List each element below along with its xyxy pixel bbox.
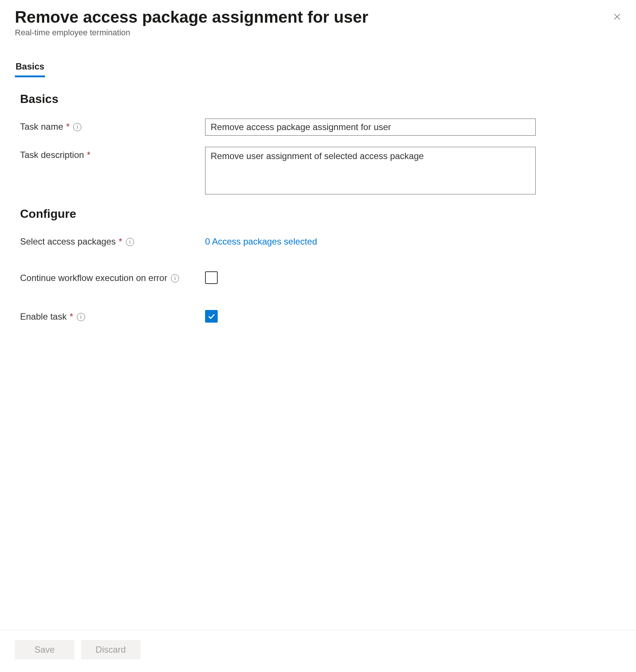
save-button[interactable]: Save [15,640,74,659]
page-subtitle: Real-time employee termination [15,28,368,38]
label-select-packages-text: Select access packages [20,236,116,247]
content: Basics Task name * i Task description * … [15,77,621,630]
row-select-packages: Select access packages * i 0 Access pack… [20,233,621,247]
section-heading-basics: Basics [20,92,621,106]
panel: Remove access package assignment for use… [0,0,636,672]
label-task-name: Task name * i [20,119,205,132]
control-task-description [205,147,536,196]
label-continue-on-error: Continue workflow execution on error i [20,270,205,283]
required-marker: * [119,236,122,247]
label-task-description-text: Task description [20,150,84,160]
label-continue-on-error-text: Continue workflow execution on error [20,273,167,283]
section-heading-configure: Configure [20,207,621,221]
label-enable-task: Enable task * i [20,308,205,322]
row-task-name: Task name * i [20,119,621,136]
info-icon[interactable]: i [77,313,85,321]
required-marker: * [69,311,73,322]
task-name-input[interactable] [205,119,536,136]
label-task-name-text: Task name [20,122,63,132]
label-task-description: Task description * [20,147,205,160]
label-select-packages: Select access packages * i [20,233,205,247]
control-enable-task [205,308,218,323]
row-enable-task: Enable task * i [20,308,621,323]
discard-button[interactable]: Discard [81,640,140,659]
tab-basics[interactable]: Basics [15,61,45,77]
tabs: Basics [15,61,621,77]
control-continue-on-error [205,270,218,285]
close-button[interactable] [610,10,624,25]
select-packages-link[interactable]: 0 Access packages selected [205,233,317,247]
continue-on-error-checkbox[interactable] [205,271,218,284]
header-text: Remove access package assignment for use… [15,7,368,38]
required-marker: * [87,150,90,160]
header: Remove access package assignment for use… [15,7,621,38]
control-select-packages: 0 Access packages selected [205,233,317,247]
close-icon [613,16,621,22]
footer: Save Discard [0,630,636,672]
row-task-description: Task description * [20,147,621,196]
control-task-name [205,119,536,136]
required-marker: * [66,122,69,132]
page-title: Remove access package assignment for use… [15,7,368,27]
enable-task-checkbox[interactable] [205,310,218,323]
task-description-input[interactable] [205,147,536,194]
info-icon[interactable]: i [126,238,134,246]
info-icon[interactable]: i [171,274,179,282]
row-continue-on-error: Continue workflow execution on error i [20,270,621,285]
info-icon[interactable]: i [73,123,81,131]
label-enable-task-text: Enable task [20,311,66,322]
